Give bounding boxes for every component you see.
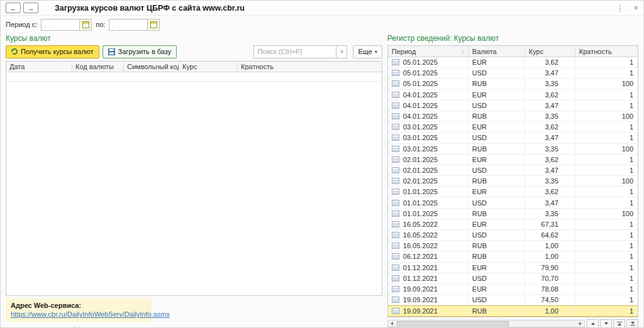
table-row[interactable]: 01.12.2021 EUR 79,90 1	[388, 263, 638, 273]
table-row[interactable]: 04.01.2025 EUR 3,62 1	[388, 90, 638, 101]
table-row[interactable]: 16.05.2022 USD 64,62 1	[388, 230, 638, 241]
cell-currency: USD	[469, 101, 525, 111]
cell-period: 03.01.2025	[403, 134, 438, 141]
scroll-left-icon[interactable]	[388, 320, 396, 327]
cell-currency: EUR	[469, 90, 525, 100]
forward-button[interactable]: →	[23, 3, 38, 13]
table-row[interactable]: 02.01.2025 USD 3,47 1	[388, 165, 638, 176]
table-row[interactable]: 06.12.2021 RUB 1,00 1	[388, 251, 638, 262]
record-icon	[392, 253, 399, 260]
main-area: Курсы валют Получить курсы валют Загрузи…	[1, 33, 643, 328]
table-row[interactable]: 01.01.2025 RUB 3,35 100	[388, 209, 638, 219]
cell-period: 01.01.2025	[403, 199, 438, 207]
horizontal-scrollbar[interactable]	[387, 320, 585, 327]
cell-rate: 1,00	[525, 241, 575, 251]
table-row[interactable]: 04.01.2025 RUB 3,35 100	[388, 111, 638, 122]
record-icon	[392, 167, 399, 173]
column-header-multiplier[interactable]: Кратность	[575, 46, 638, 57]
cell-multiplier: 1	[575, 165, 638, 175]
record-icon	[392, 156, 399, 163]
more-menu-icon[interactable]: ⋮	[616, 4, 624, 12]
register-panel-title: Регистр сведений: Курсы валют	[387, 34, 638, 43]
table-row[interactable]: 03.01.2025 USD 3,47 1	[388, 133, 638, 143]
record-icon	[392, 134, 399, 141]
scroll-right-icon[interactable]	[577, 320, 584, 327]
cell-currency: RUB	[469, 241, 525, 251]
column-header-currency-code[interactable]: Код валюты	[72, 62, 124, 72]
table-row[interactable]: 04.01.2025 USD 3,47 1	[388, 101, 638, 111]
cell-multiplier: 100	[575, 111, 638, 121]
search-field: ×	[253, 45, 347, 58]
record-icon	[392, 102, 399, 109]
empty-row	[6, 72, 382, 82]
titlebar-actions: ⋮ ×	[616, 4, 638, 12]
webservice-info-box: Адрес Web-сервиса: https://www.cbr.ru/Da…	[6, 298, 152, 322]
table-row[interactable]: 02.01.2025 EUR 3,62 1	[388, 155, 638, 165]
move-to-bottom-button[interactable]	[626, 319, 638, 328]
move-to-top-button[interactable]	[613, 319, 625, 328]
period-from-calendar-button[interactable]	[80, 19, 92, 31]
cell-currency: USD	[469, 133, 525, 143]
rates-table: Дата Код валюты Символьный код Курс Крат…	[6, 61, 382, 296]
table-row[interactable]: 19.09.2021 EUR 78,08 1	[388, 284, 638, 295]
get-rates-button[interactable]: Получить курсы валют	[6, 45, 99, 58]
cell-multiplier: 1	[575, 122, 638, 132]
webservice-link[interactable]: https://www.cbr.ru/DailyInfoWebServ/Dail…	[11, 310, 170, 318]
table-row[interactable]: 19.09.2021 USD 74,50 1	[388, 295, 638, 305]
cell-multiplier: 1	[575, 263, 638, 273]
cell-rate: 3,35	[525, 144, 575, 154]
table-row[interactable]: 03.01.2025 EUR 3,62 1	[388, 122, 638, 133]
column-header-period[interactable]: Период ↑	[388, 46, 469, 57]
move-up-button[interactable]	[587, 319, 599, 328]
close-icon[interactable]: ×	[634, 4, 638, 12]
column-header-rate[interactable]: Курс	[179, 62, 238, 72]
rates-toolbar: Получить курсы валют Загрузить в базу × …	[6, 45, 382, 58]
scrollbar-thumb[interactable]	[397, 321, 509, 326]
register-table-header: Период ↑ Валюта Курс Кратность	[388, 46, 638, 57]
register-table-body: 05.01.2025 EUR 3,62 1 05.01.2025 USD 3,4…	[388, 57, 638, 317]
register-table: Период ↑ Валюта Курс Кратность 05.01.202…	[387, 45, 638, 317]
column-header-multiplier[interactable]: Кратность	[238, 62, 382, 72]
cell-period: 02.01.2025	[403, 177, 438, 185]
rates-table-body[interactable]	[6, 72, 382, 295]
table-row[interactable]: 19.09.2021 RUB 1,00 1	[388, 305, 638, 316]
record-icon	[392, 297, 399, 303]
arrow-down-to-line-icon	[631, 322, 635, 324]
period-to-calendar-button[interactable]	[148, 19, 160, 31]
page-title: Загрузка курсов валют ЦБРФ с сайта www.c…	[55, 4, 245, 13]
column-header-symbol-code[interactable]: Символьный код	[124, 62, 179, 72]
cell-multiplier: 1	[575, 295, 638, 305]
period-bar: Период с: по:	[1, 16, 643, 33]
table-row[interactable]: 03.01.2025 RUB 3,35 100	[388, 144, 638, 155]
cell-period: 19.09.2021	[403, 296, 438, 303]
table-row[interactable]: 01.01.2025 USD 3,47 1	[388, 197, 638, 208]
cell-period: 03.01.2025	[403, 145, 438, 153]
table-row[interactable]: 16.05.2022 RUB 1,00 1	[388, 241, 638, 251]
scrollbar-track[interactable]	[396, 320, 577, 327]
back-button[interactable]: ←	[6, 3, 21, 13]
period-from-input[interactable]	[41, 19, 80, 31]
table-row[interactable]: 05.01.2025 RUB 3,35 100	[388, 79, 638, 89]
period-to-input[interactable]	[109, 19, 148, 31]
table-row[interactable]: 16.05.2022 EUR 67,31 1	[388, 219, 638, 230]
table-row[interactable]: 01.01.2025 EUR 3,62 1	[388, 187, 638, 197]
load-to-base-button[interactable]: Загрузить в базу	[103, 45, 177, 58]
cell-currency: RUB	[469, 251, 525, 261]
column-header-currency[interactable]: Валюта	[469, 46, 525, 57]
table-row[interactable]: 05.01.2025 USD 3,47 1	[388, 68, 638, 79]
record-icon	[392, 113, 399, 119]
column-header-rate[interactable]: Курс	[525, 46, 575, 57]
table-row[interactable]: 02.01.2025 RUB 3,35 100	[388, 176, 638, 187]
cell-rate: 64,62	[525, 230, 575, 240]
more-button[interactable]: Еще ▾	[353, 45, 382, 58]
column-header-date[interactable]: Дата	[6, 62, 72, 72]
search-input[interactable]	[253, 45, 336, 58]
cell-period: 05.01.2025	[403, 80, 438, 87]
search-clear-icon[interactable]: ×	[336, 45, 347, 58]
table-row[interactable]: 01.12.2021 USD 70,70 1	[388, 273, 638, 284]
cell-period: 04.01.2025	[403, 91, 438, 99]
table-row[interactable]: 05.01.2025 EUR 3,62 1	[388, 57, 638, 68]
record-icon	[392, 124, 399, 130]
cell-multiplier: 1	[575, 306, 638, 315]
move-down-button[interactable]	[600, 319, 612, 328]
